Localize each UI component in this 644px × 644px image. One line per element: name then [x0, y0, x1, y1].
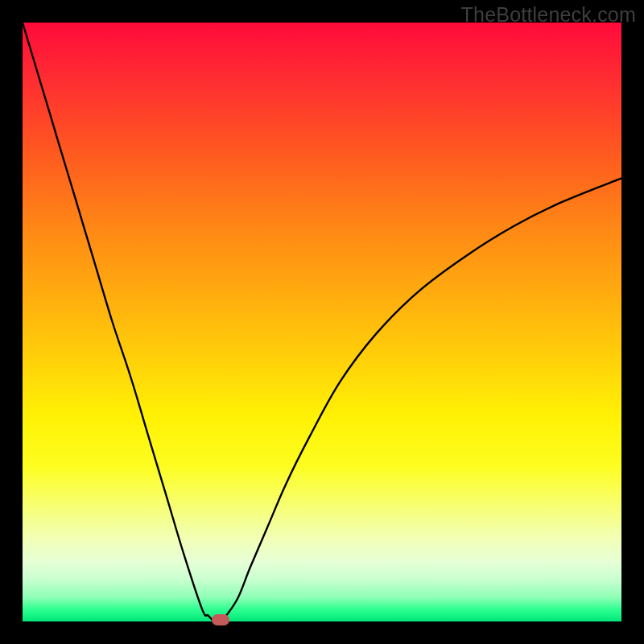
optimal-marker — [212, 614, 229, 625]
watermark-text: TheBottleneck.com — [461, 3, 636, 27]
plot-area — [23, 23, 621, 621]
bottleneck-curve — [23, 23, 621, 621]
chart-frame: TheBottleneck.com — [0, 0, 644, 644]
